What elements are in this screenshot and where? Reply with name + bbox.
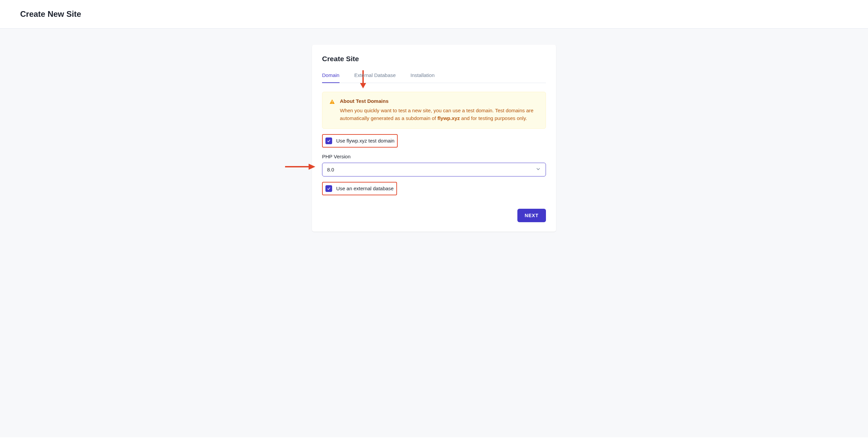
- info-body-post: and for testing purposes only.: [460, 115, 527, 121]
- annotation-arrow-right-icon: [285, 163, 315, 171]
- test-domain-checkbox[interactable]: [326, 137, 332, 144]
- page-header: Create New Site: [0, 0, 868, 29]
- php-version-value: 8.0: [327, 167, 334, 173]
- svg-marker-1: [360, 83, 366, 88]
- php-version-select[interactable]: 8.0: [322, 163, 546, 177]
- external-db-checkbox-label[interactable]: Use an external database: [336, 186, 394, 191]
- warning-icon: [329, 99, 335, 122]
- php-version-label: PHP Version: [322, 154, 546, 159]
- info-title: About Test Domains: [340, 98, 539, 104]
- info-body: When you quickly want to test a new site…: [340, 106, 539, 122]
- tab-installation[interactable]: Installation: [410, 72, 435, 83]
- card-title: Create Site: [322, 55, 546, 63]
- svg-rect-3: [332, 103, 333, 103]
- external-db-checkbox[interactable]: [326, 185, 332, 192]
- test-domain-checkbox-row[interactable]: Use flywp.xyz test domain: [322, 134, 398, 148]
- page-title: Create New Site: [20, 9, 848, 19]
- tabs: Domain External Database Installation: [322, 72, 546, 83]
- php-version-field: PHP Version 8.0: [322, 154, 546, 177]
- tab-domain[interactable]: Domain: [322, 72, 340, 83]
- svg-marker-5: [309, 164, 315, 170]
- test-domains-info-box: About Test Domains When you quickly want…: [322, 92, 546, 129]
- tabs-container: Domain External Database Installation: [322, 72, 546, 83]
- chevron-down-icon: [535, 166, 541, 173]
- check-icon: [327, 139, 331, 143]
- info-body-bold: flywp.xyz: [437, 115, 460, 121]
- tab-external-database[interactable]: External Database: [354, 72, 396, 83]
- test-domains-info-content: About Test Domains When you quickly want…: [340, 98, 539, 122]
- card-footer: NEXT: [322, 209, 546, 222]
- next-button[interactable]: NEXT: [517, 209, 546, 222]
- page-background: Create Site Domain External Database Ins…: [0, 29, 868, 437]
- check-icon: [327, 187, 331, 191]
- svg-rect-2: [332, 101, 333, 102]
- php-version-select-wrap: 8.0: [322, 163, 546, 177]
- create-site-card: Create Site Domain External Database Ins…: [312, 45, 556, 231]
- test-domain-checkbox-label[interactable]: Use flywp.xyz test domain: [336, 138, 394, 144]
- external-db-checkbox-row[interactable]: Use an external database: [322, 182, 397, 195]
